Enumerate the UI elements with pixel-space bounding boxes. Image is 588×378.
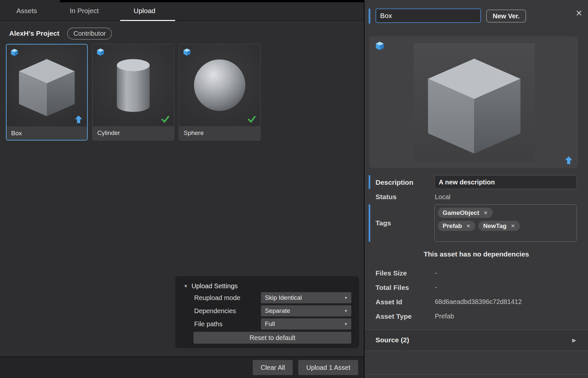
contributor-badge: Contributor: [67, 28, 112, 40]
source-section-header[interactable]: Source (2) ▶: [365, 330, 588, 350]
reupload-mode-dropdown[interactable]: Skip Identical ▼: [261, 292, 351, 303]
setting-label: Dependencies: [194, 307, 236, 315]
prefab-cube-icon: [182, 47, 192, 57]
box-render: [11, 50, 83, 121]
dependencies-dropdown[interactable]: Separate ▼: [261, 305, 351, 316]
total-files-label: Total Files: [376, 284, 409, 292]
remove-tag-icon[interactable]: ✕: [466, 223, 470, 229]
remove-tag-icon[interactable]: ✕: [484, 210, 488, 216]
source-label: Source (2): [376, 336, 409, 344]
prefab-cube-icon: [96, 47, 105, 57]
box-render-large: [414, 43, 535, 162]
asset-name-input[interactable]: [376, 9, 481, 23]
tag-label: Prefab: [443, 222, 462, 230]
setting-row-dependencies: Dependencies Separate ▼: [175, 304, 359, 317]
asset-type-label: Asset Type: [376, 312, 412, 320]
description-label: Description: [376, 179, 413, 186]
modified-field-accent: [369, 9, 370, 24]
window-top-strip: [60, 0, 364, 2]
modified-field-accent: [369, 204, 370, 242]
tags-label: Tags: [376, 219, 391, 227]
status-label: Status: [376, 193, 396, 201]
tag-row: Prefab ✕ NewTag ✕: [438, 221, 574, 231]
inspector-panel: New Ver. ✕ Description Status Local Tags: [365, 0, 588, 378]
upload-settings-panel: ▼ Upload Settings Reupload mode Skip Ide…: [175, 276, 359, 348]
tag-label: NewTag: [483, 222, 506, 230]
asset-id-label: Asset Id: [376, 298, 402, 306]
cylinder-render: [98, 49, 169, 121]
setting-label: Reupload mode: [194, 294, 240, 302]
active-tab-indicator: [120, 20, 175, 21]
asset-type-value: Prefab: [435, 312, 454, 320]
tag-chip-gameobject[interactable]: GameObject ✕: [438, 208, 493, 218]
tab-assets[interactable]: Assets: [16, 0, 37, 20]
files-size-value: -: [435, 269, 437, 277]
setting-row-reupload-mode: Reupload mode Skip Identical ▼: [175, 291, 359, 304]
upload-settings-header[interactable]: ▼ Upload Settings: [175, 281, 359, 291]
files-size-label: Files Size: [376, 269, 407, 277]
chevron-down-icon: ▼: [344, 322, 348, 326]
dropdown-value: Skip Identical: [265, 294, 302, 301]
tag-label: GameObject: [443, 209, 479, 217]
dropdown-value: Separate: [265, 307, 290, 314]
no-dependencies-message: This asset has no dependencies: [365, 250, 588, 258]
upload-pending-arrow-icon: [564, 155, 574, 165]
setting-label: File paths: [194, 320, 223, 328]
asset-preview-card: [369, 36, 578, 168]
chevron-down-icon: ▼: [344, 296, 348, 300]
clear-all-button[interactable]: Clear All: [253, 360, 293, 375]
prefab-cube-icon: [375, 41, 385, 51]
asset-card-cylinder[interactable]: Cylinder: [92, 44, 174, 141]
asset-id-value: 68d6aeadbd38396c72d81412: [435, 298, 522, 306]
asset-label: Box: [7, 126, 87, 141]
tag-chip-newtag[interactable]: NewTag ✕: [478, 221, 520, 231]
new-version-button[interactable]: New Ver.: [486, 9, 526, 23]
asset-thumbnail: [93, 44, 174, 126]
description-input[interactable]: [434, 175, 577, 189]
bottom-action-bar: Clear All Upload 1 Asset: [0, 356, 364, 378]
section-divider: [365, 350, 588, 351]
section-divider: [365, 374, 588, 375]
prefab-cube-icon: [10, 48, 19, 57]
upload-pending-arrow-icon: [74, 114, 83, 124]
tags-container[interactable]: GameObject ✕ Prefab ✕ NewTag ✕: [434, 204, 577, 242]
tab-bar: Assets In Project Upload: [0, 0, 364, 21]
asset-manager-window: Assets In Project Upload AlexH's Project…: [0, 0, 588, 378]
total-files-value: -: [435, 284, 437, 291]
remove-tag-icon[interactable]: ✕: [511, 223, 515, 229]
asset-label: Sphere: [179, 126, 260, 141]
asset-label: Cylinder: [93, 126, 174, 141]
upload-settings-title: Upload Settings: [192, 282, 238, 290]
status-value: Local: [435, 193, 450, 201]
chevron-right-icon: ▶: [572, 337, 576, 343]
asset-card-box[interactable]: Box: [6, 44, 88, 141]
chevron-down-icon: ▼: [344, 309, 348, 313]
asset-card-sphere[interactable]: Sphere: [179, 44, 261, 141]
upload-assets-button[interactable]: Upload 1 Asset: [298, 360, 358, 375]
project-header: AlexH's Project Contributor: [9, 27, 112, 40]
project-name: AlexH's Project: [9, 29, 59, 37]
asset-thumbnail: [179, 44, 260, 126]
left-pane: Assets In Project Upload AlexH's Project…: [0, 0, 364, 378]
dropdown-value: Full: [265, 320, 275, 328]
file-paths-dropdown[interactable]: Full ▼: [261, 318, 351, 330]
tag-row: GameObject ✕: [438, 208, 574, 218]
asset-thumbnail: [7, 45, 87, 126]
uploaded-check-icon: [160, 114, 170, 124]
collapse-caret-icon: ▼: [184, 284, 188, 289]
modified-field-accent: [369, 175, 370, 189]
close-icon[interactable]: ✕: [576, 9, 582, 17]
asset-preview-render: [414, 43, 535, 162]
asset-grid: Box Cylinder: [6, 44, 261, 141]
tab-in-project[interactable]: In Project: [70, 0, 99, 20]
uploaded-check-icon: [247, 114, 257, 124]
tab-upload[interactable]: Upload: [134, 0, 156, 20]
sphere-render: [184, 49, 255, 121]
reset-to-default-button[interactable]: Reset to default: [193, 332, 351, 344]
setting-row-file-paths: File paths Full ▼: [175, 317, 359, 331]
tag-chip-prefab[interactable]: Prefab ✕: [438, 221, 475, 231]
